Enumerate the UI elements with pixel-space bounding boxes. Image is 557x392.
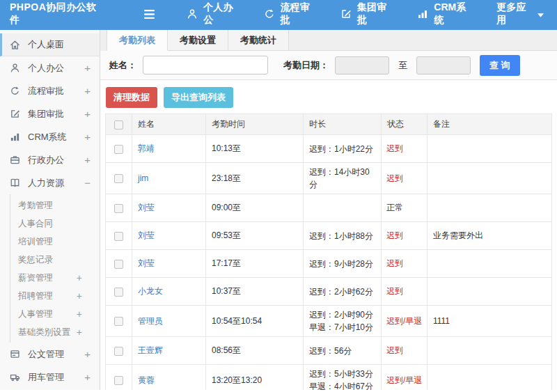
expand-icon[interactable]: + xyxy=(84,108,91,120)
home-icon xyxy=(10,40,22,50)
note-cell xyxy=(427,278,552,306)
row-checkbox[interactable] xyxy=(114,174,123,183)
expand-icon[interactable]: + xyxy=(84,85,91,97)
sidebar-item-personal-office[interactable]: 个人办公+ xyxy=(0,56,100,79)
nav-item-label: 流程审批 xyxy=(281,1,314,26)
expand-icon[interactable]: + xyxy=(77,272,82,283)
row-checkbox-cell xyxy=(106,222,132,250)
date-to-input[interactable] xyxy=(416,56,471,75)
sidebar-subitem-attendance-mgmt[interactable]: 考勤管理 xyxy=(10,196,100,214)
sidebar-subitem-training-mgmt[interactable]: 培训管理 xyxy=(10,233,100,251)
menu-icon[interactable] xyxy=(143,9,155,19)
name-search-input[interactable] xyxy=(143,56,268,75)
edit-icon xyxy=(10,109,22,119)
expand-icon[interactable]: + xyxy=(84,131,91,143)
status-badge: 迟到 xyxy=(386,258,403,268)
sidebar-subitem-recruit-mgmt[interactable]: 招聘管理+ xyxy=(10,287,100,305)
row-checkbox[interactable] xyxy=(114,347,123,356)
sidebar-subitem-reward-punish[interactable]: 奖惩记录 xyxy=(10,251,100,269)
status-cell: 迟到 xyxy=(382,222,427,250)
tab-attendance-stats[interactable]: 考勤统计 xyxy=(228,30,289,51)
duration-line: 迟到：1小时22分 xyxy=(309,143,375,155)
row-checkbox[interactable] xyxy=(114,145,123,154)
duration-cell xyxy=(304,194,382,222)
topbar-nav-crm[interactable]: CRM系统 xyxy=(404,0,483,28)
name-cell: jim xyxy=(132,163,206,194)
table-row: 刘莹17:17至迟到：9小时28分迟到 xyxy=(106,250,552,278)
topbar-nav-workflow-approval[interactable]: 流程审批 xyxy=(251,0,327,28)
row-checkbox[interactable] xyxy=(114,204,123,213)
expand-icon[interactable]: + xyxy=(77,308,82,320)
date-from-input[interactable] xyxy=(335,56,389,75)
expand-icon[interactable]: − xyxy=(84,177,91,189)
sidebar-item-desktop[interactable]: 个人桌面 xyxy=(0,33,100,56)
attendance-time-cell: 10:54至10:54 xyxy=(206,306,304,337)
sidebar-item-admin-office[interactable]: 行政办公+ xyxy=(0,148,100,171)
row-checkbox[interactable] xyxy=(114,232,123,241)
expand-icon[interactable]: + xyxy=(84,348,91,360)
note-cell xyxy=(427,250,552,278)
employee-name-link[interactable]: 郭靖 xyxy=(138,143,155,153)
clean-data-button[interactable]: 清理数据 xyxy=(106,87,157,108)
row-checkbox-cell xyxy=(106,163,132,194)
sidebar-subitem-salary-mgmt[interactable]: 薪资管理+ xyxy=(10,269,100,287)
sidebar-subitem-base-category-settings[interactable]: 基础类别设置+ xyxy=(10,323,100,341)
employee-name-link[interactable]: 管理员 xyxy=(138,316,163,326)
tab-bar: 考勤列表考勤设置考勤统计 xyxy=(100,30,557,51)
employee-name-link[interactable]: 刘莹 xyxy=(138,203,155,212)
duration-cell: 迟到：5小时33分早退：4小时67分 xyxy=(304,365,382,391)
sidebar-item-workflow-approval[interactable]: 流程审批+ xyxy=(0,79,100,102)
sidebar-item-doc-mgmt[interactable]: 公文管理+ xyxy=(0,343,100,366)
duration-line: 迟到：1小时88分 xyxy=(309,230,375,242)
note-cell: 业务需要外出 xyxy=(427,222,552,250)
topbar-nav-personal-office[interactable]: 个人办公 xyxy=(173,0,250,28)
doc-icon xyxy=(10,349,22,359)
employee-name-link[interactable]: 刘莹 xyxy=(138,230,155,240)
date-label: 考勤日期： xyxy=(283,59,329,72)
topbar: PHPOA协同办公软件 个人办公流程审批集团审批CRM系统更多应用 xyxy=(0,0,557,28)
nav-item-label: 集团审批 xyxy=(357,1,391,26)
employee-name-link[interactable]: 王壹辉 xyxy=(138,345,163,355)
expand-icon[interactable]: + xyxy=(77,290,82,301)
sidebar-subitem-label: 奖惩记录 xyxy=(18,254,53,266)
employee-name-link[interactable]: 小龙女 xyxy=(138,286,163,296)
row-checkbox[interactable] xyxy=(114,376,123,385)
filter-bar: 姓名： 考勤日期： 至 查 询 xyxy=(100,51,557,80)
row-checkbox[interactable] xyxy=(114,288,123,297)
duration-cell: 迟到：14小时30分 xyxy=(304,163,382,194)
select-all-checkbox[interactable] xyxy=(114,120,123,130)
row-checkbox[interactable] xyxy=(114,317,123,326)
employee-name-link[interactable]: 黄蓉 xyxy=(138,375,155,385)
attendance-time-cell: 10:37至 xyxy=(206,278,304,306)
sidebar-subitem-personnel-mgmt[interactable]: 人事管理+ xyxy=(10,305,100,323)
topbar-nav-more-apps[interactable]: 更多应用 xyxy=(483,0,557,28)
sidebar-item-label: 人力资源 xyxy=(28,177,64,189)
sidebar-item-group-approval[interactable]: 集团审批+ xyxy=(0,102,100,125)
tab-attendance-settings[interactable]: 考勤设置 xyxy=(168,30,228,51)
sidebar-subitem-label: 考勤管理 xyxy=(18,200,53,212)
row-checkbox[interactable] xyxy=(114,260,123,269)
expand-icon[interactable]: + xyxy=(77,327,82,338)
employee-name-link[interactable]: jim xyxy=(138,173,148,183)
name-cell: 刘莹 xyxy=(132,222,206,250)
status-badge: 迟到 xyxy=(386,143,403,153)
sidebar-item-hr[interactable]: 人力资源− xyxy=(0,171,100,194)
sidebar-item-vehicle-mgmt[interactable]: 用车管理+ xyxy=(0,366,100,389)
sidebar-item-label: 个人桌面 xyxy=(28,38,64,51)
sidebar-subitem-hr-contract[interactable]: 人事合同 xyxy=(10,214,100,233)
nav-item-label: CRM系统 xyxy=(434,1,470,26)
tab-attendance-list[interactable]: 考勤列表 xyxy=(107,30,168,51)
edit-icon xyxy=(340,8,352,19)
expand-icon[interactable]: + xyxy=(84,371,91,383)
expand-icon[interactable]: + xyxy=(84,62,91,74)
search-button[interactable]: 查 询 xyxy=(480,55,520,76)
sidebar-subitem-label: 基础类别设置 xyxy=(18,327,70,338)
employee-name-link[interactable]: 刘莹 xyxy=(138,258,155,268)
topbar-nav-group-approval[interactable]: 集团审批 xyxy=(327,0,404,28)
column-header: 时长 xyxy=(304,114,382,135)
name-cell: 刘莹 xyxy=(132,194,206,222)
sidebar-item-crm[interactable]: CRM系统+ xyxy=(0,125,100,148)
sidebar-item-label: 流程审批 xyxy=(28,85,64,97)
expand-icon[interactable]: + xyxy=(84,154,91,166)
export-list-button[interactable]: 导出查询列表 xyxy=(164,87,233,108)
